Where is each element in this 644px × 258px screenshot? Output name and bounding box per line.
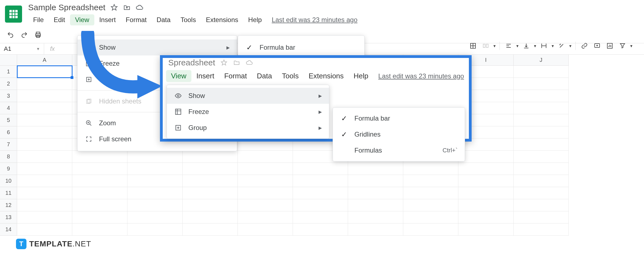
cell[interactable] [183, 199, 238, 211]
cell[interactable] [72, 211, 127, 224]
dropdown-caret-icon[interactable]: ▼ [36, 47, 40, 51]
column-header[interactable]: J [514, 55, 569, 66]
menu-format[interactable]: Format [121, 14, 152, 25]
cell[interactable] [238, 175, 293, 187]
cell[interactable] [127, 211, 183, 224]
cell[interactable] [183, 175, 238, 187]
row-header[interactable]: 8 [0, 151, 17, 163]
cell[interactable] [127, 151, 183, 163]
cell[interactable] [458, 199, 514, 211]
cell[interactable] [458, 224, 514, 236]
cell[interactable] [17, 211, 72, 224]
submenu-item-formula-bar[interactable]: ✓ Formula bar [238, 39, 364, 55]
row-header[interactable]: 5 [0, 114, 17, 126]
dropdown-caret-icon[interactable]: ▾ [533, 40, 537, 51]
cell[interactable] [348, 224, 403, 236]
cell[interactable] [17, 175, 72, 187]
cell[interactable] [17, 78, 72, 90]
cell[interactable] [348, 187, 403, 199]
dropdown-caret-icon[interactable]: ▾ [493, 40, 496, 51]
cell[interactable] [514, 211, 569, 224]
menu-data[interactable]: Data [152, 14, 176, 25]
row-header[interactable]: 12 [0, 199, 17, 211]
last-edit-link[interactable]: Last edit was 23 minutes ago [272, 16, 357, 24]
cell[interactable] [293, 175, 348, 187]
cell[interactable] [238, 211, 293, 224]
cell[interactable] [238, 199, 293, 211]
cell[interactable] [17, 126, 72, 139]
cell[interactable] [72, 151, 127, 163]
column-header[interactable]: A [17, 55, 72, 66]
sheets-app-icon[interactable] [5, 6, 22, 23]
cell[interactable] [514, 224, 569, 236]
cloud-status-icon[interactable] [136, 4, 143, 11]
cloud-status-icon[interactable] [245, 59, 253, 67]
menu-edit[interactable]: Edit [49, 14, 70, 25]
cell[interactable] [514, 78, 569, 90]
cell[interactable] [17, 139, 72, 151]
cell[interactable] [17, 151, 72, 163]
menu-help[interactable]: Help [349, 70, 373, 82]
menu-item-freeze[interactable]: Freeze ▸ [167, 104, 329, 120]
cell[interactable] [293, 211, 348, 224]
cell[interactable] [348, 163, 403, 175]
row-header[interactable]: 11 [0, 187, 17, 199]
cell[interactable] [458, 175, 514, 187]
cell[interactable] [403, 211, 458, 224]
cell[interactable] [72, 175, 127, 187]
cell[interactable] [238, 151, 293, 163]
cell[interactable] [458, 211, 514, 224]
cell[interactable] [183, 211, 238, 224]
cell[interactable] [403, 224, 458, 236]
cell[interactable] [183, 151, 238, 163]
cell[interactable] [293, 187, 348, 199]
cell[interactable] [238, 163, 293, 175]
horizontal-align-icon[interactable] [503, 40, 514, 51]
cell[interactable] [514, 102, 569, 114]
select-all-corner[interactable] [0, 55, 17, 66]
submenu-item-formula-bar[interactable]: ✓ Formula bar [333, 110, 465, 126]
menu-insert[interactable]: Insert [191, 70, 219, 82]
cell[interactable] [72, 163, 127, 175]
insert-comment-icon[interactable] [592, 40, 603, 51]
cell[interactable] [514, 90, 569, 102]
row-header[interactable]: 10 [0, 175, 17, 187]
cell[interactable] [17, 224, 72, 236]
cell[interactable] [403, 163, 458, 175]
cell[interactable] [183, 187, 238, 199]
undo-icon[interactable] [5, 29, 16, 40]
cell[interactable] [183, 224, 238, 236]
menu-tools[interactable]: Tools [175, 14, 201, 25]
cell[interactable] [403, 187, 458, 199]
cell[interactable] [17, 90, 72, 102]
cell[interactable] [17, 199, 72, 211]
cell[interactable] [17, 187, 72, 199]
cell[interactable] [514, 187, 569, 199]
cell[interactable] [127, 199, 183, 211]
merge-cells-icon[interactable] [480, 40, 491, 51]
row-header[interactable]: 1 [0, 66, 17, 78]
row-header[interactable]: 2 [0, 78, 17, 90]
cell[interactable] [514, 151, 569, 163]
cell[interactable] [514, 114, 569, 126]
menu-tools[interactable]: Tools [277, 70, 304, 82]
redo-icon[interactable] [19, 29, 30, 40]
dropdown-caret-icon[interactable]: ▾ [630, 40, 633, 51]
row-header[interactable]: 14 [0, 224, 17, 236]
submenu-item-formulas[interactable]: ✓ Formulas Ctrl+` [333, 142, 465, 158]
vertical-align-icon[interactable] [521, 40, 532, 51]
borders-icon[interactable] [467, 40, 479, 51]
text-rotation-icon[interactable] [556, 40, 567, 51]
star-icon[interactable] [110, 4, 118, 11]
menu-help[interactable]: Help [243, 14, 267, 25]
cell[interactable] [127, 187, 183, 199]
menu-extensions[interactable]: Extensions [304, 70, 349, 82]
cell[interactable] [348, 175, 403, 187]
cell[interactable] [293, 224, 348, 236]
dropdown-caret-icon[interactable]: ▾ [551, 40, 554, 51]
cell[interactable] [17, 114, 72, 126]
cell[interactable] [348, 211, 403, 224]
last-edit-link[interactable]: Last edit was 23 minutes ago [378, 72, 464, 80]
cell[interactable] [17, 163, 72, 175]
cell[interactable] [458, 151, 514, 163]
